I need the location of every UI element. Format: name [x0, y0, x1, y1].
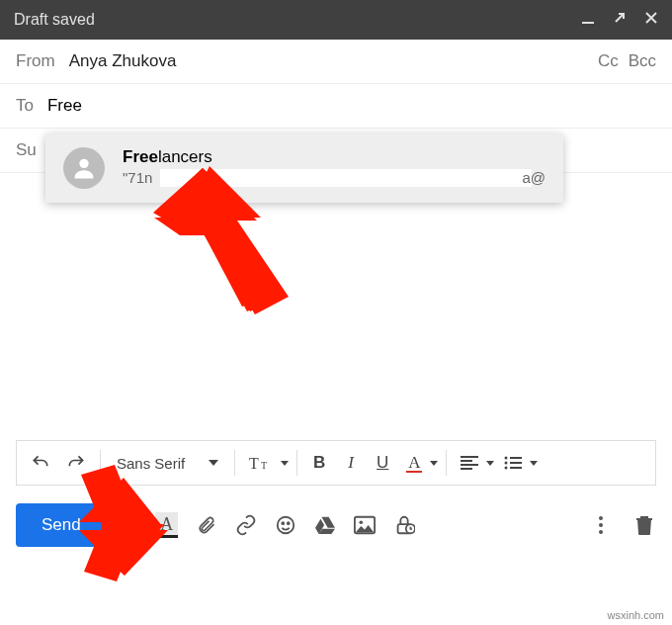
watermark: wsxinh.com — [608, 609, 664, 621]
arrow-send-final — [77, 465, 196, 579]
svg-text:T: T — [249, 455, 259, 472]
svg-point-14 — [359, 520, 363, 524]
svg-rect-0 — [582, 22, 594, 24]
confidential-icon[interactable] — [392, 513, 416, 537]
from-label: From — [16, 51, 55, 71]
popout-icon[interactable] — [613, 11, 627, 29]
italic-button[interactable]: I — [337, 447, 365, 479]
svg-text:T: T — [261, 460, 267, 471]
cc-button[interactable]: Cc — [598, 51, 619, 71]
link-icon[interactable] — [234, 513, 258, 537]
close-icon[interactable] — [644, 11, 658, 29]
svg-point-10 — [277, 517, 294, 534]
svg-point-18 — [599, 523, 603, 527]
header-title: Draft saved — [14, 11, 581, 29]
svg-rect-20 — [638, 519, 650, 534]
svg-marker-29 — [79, 465, 164, 576]
svg-rect-5 — [510, 457, 522, 459]
suggestion-item[interactable]: Freelancers "71n a@ — [45, 134, 563, 203]
minimize-icon[interactable] — [581, 11, 595, 29]
list-button[interactable] — [498, 447, 538, 479]
suggestion-email-suffix: a@ — [522, 169, 546, 186]
svg-point-1 — [79, 159, 88, 168]
from-row: From Anya Zhukova Cc Bcc — [0, 40, 672, 84]
undo-button[interactable] — [25, 447, 56, 479]
svg-point-11 — [282, 522, 284, 524]
emoji-icon[interactable] — [274, 513, 297, 537]
svg-rect-9 — [510, 467, 522, 469]
from-value[interactable]: Anya Zhukova — [69, 51, 598, 71]
recipient-suggestion-popup: Freelancers "71n a@ — [45, 134, 563, 203]
svg-point-12 — [288, 522, 290, 524]
svg-marker-27 — [154, 166, 289, 314]
more-options-icon[interactable] — [589, 513, 613, 537]
delete-icon[interactable] — [632, 513, 656, 537]
svg-point-8 — [505, 467, 508, 470]
to-input[interactable] — [47, 96, 656, 116]
arrow-suggestion — [150, 166, 298, 314]
text-color-button[interactable]: A — [400, 447, 438, 479]
drive-icon[interactable] — [313, 513, 337, 537]
bcc-button[interactable]: Bcc — [629, 51, 656, 71]
svg-point-4 — [505, 457, 508, 460]
avatar — [63, 147, 105, 189]
svg-point-17 — [599, 516, 603, 520]
font-size-button[interactable]: TT — [243, 447, 289, 479]
to-row: To — [0, 84, 672, 129]
svg-rect-7 — [510, 462, 522, 464]
svg-point-19 — [599, 530, 603, 534]
photo-icon[interactable] — [353, 513, 377, 537]
svg-point-6 — [505, 462, 508, 465]
header-window-controls — [581, 11, 658, 29]
attach-icon[interactable] — [195, 513, 218, 537]
compose-header: Draft saved — [0, 0, 672, 40]
underline-button[interactable]: U — [369, 447, 396, 479]
email-body[interactable] — [0, 173, 672, 440]
bold-button[interactable]: B — [305, 447, 333, 479]
to-label: To — [16, 96, 34, 116]
subject-prefix: Su — [16, 140, 37, 159]
align-button[interactable] — [455, 447, 494, 479]
